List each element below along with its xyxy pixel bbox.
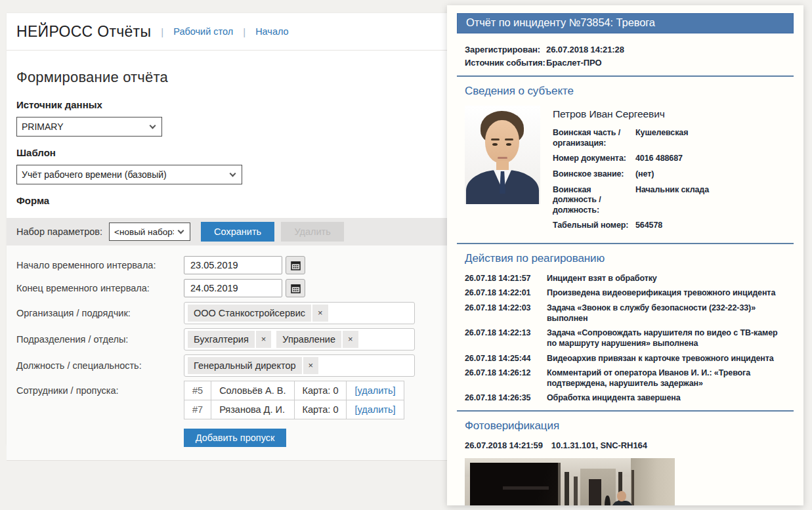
event-source-label: Источник события: xyxy=(465,56,546,70)
delete-button[interactable]: Удалить xyxy=(281,222,344,242)
nav-separator: | xyxy=(161,26,163,37)
employee-name: Рязанова Д. И. xyxy=(211,400,294,419)
remove-tag-icon[interactable]: × xyxy=(256,331,272,348)
actions-section-heading: Действия по реагированию xyxy=(465,252,794,265)
employees-table: #5 Соловьёв А. В. Карта: 0 [удалить] #7 … xyxy=(184,381,404,419)
section-divider xyxy=(457,243,794,244)
add-pass-button[interactable]: Добавить пропуск xyxy=(184,429,286,447)
remove-tag-icon[interactable]: × xyxy=(343,331,358,348)
employee-card: Карта: 0 xyxy=(294,381,347,400)
camera-timestamp: 26.07.2018 14:21:59 xyxy=(465,440,543,450)
subject-block: Петров Иван Сергеевич Воинская часть / о… xyxy=(465,106,794,236)
remove-employee-link[interactable]: [удалить] xyxy=(354,385,395,396)
nav-link-desktop[interactable]: Рабочий стол xyxy=(173,26,233,37)
document-label: Номер документа: xyxy=(553,154,635,164)
interval-start-input[interactable] xyxy=(184,256,282,274)
tag-label: Бухгалтерия xyxy=(188,331,255,348)
data-source-label: Источник данных xyxy=(16,99,437,110)
nav-separator: | xyxy=(243,26,246,37)
subject-section-heading: Сведения о субъекте xyxy=(465,85,794,98)
organization-label: Организация / подрядчик: xyxy=(16,308,184,318)
interval-start-label: Начало временного интервала: xyxy=(16,260,184,270)
tag-label: Генеральный директор xyxy=(188,357,302,374)
verification-photo xyxy=(465,458,675,506)
tag-label: ООО Станкостройсервис xyxy=(188,305,311,322)
parameter-set-label: Набор параметров: xyxy=(16,226,102,237)
parameter-set-bar: Набор параметров: <новый набор> Сохранит… xyxy=(7,218,447,245)
calendar-icon[interactable] xyxy=(286,279,305,297)
employee-id: #5 xyxy=(184,381,211,400)
list-item: 26.07.18 14:22:01Произведена видеоверифи… xyxy=(465,287,794,298)
list-item: 26.07.18 14:21:57Инцидент взят в обработ… xyxy=(465,273,794,284)
section-divider xyxy=(457,75,794,77)
nav-link-home[interactable]: Начало xyxy=(255,26,289,37)
camera-id: 10.1.31.101, SNC-RH164 xyxy=(551,440,647,450)
registered-value: 26.07.2018 14:21:28 xyxy=(546,43,624,56)
page-title: Формирование отчёта xyxy=(16,69,437,86)
actions-timeline: 26.07.18 14:21:57Инцидент взят в обработ… xyxy=(465,273,794,404)
remove-employee-link[interactable]: [удалить] xyxy=(354,404,395,415)
camera-meta: 26.07.2018 14:21:59 10.1.31.101, SNC-RH1… xyxy=(465,440,794,450)
incident-report-title: Отчёт по инциденту №73854: Тревога xyxy=(457,13,794,33)
subject-photo xyxy=(465,106,540,204)
tag: Управление × xyxy=(276,331,358,348)
list-item: 26.07.18 14:26:12Комментарий от оператор… xyxy=(465,368,794,389)
app-title: НЕЙРОСС Отчёты xyxy=(16,23,151,41)
employees-label: Сотрудники / пропуска: xyxy=(16,381,184,396)
list-item: 26.07.18 14:25:44Видеоархив привязан к к… xyxy=(465,353,794,364)
template-select[interactable]: Учёт рабочего времени (базовый) xyxy=(16,165,242,184)
tag: ООО Станкостройсервис × xyxy=(188,305,328,322)
interval-end-input[interactable] xyxy=(184,279,282,297)
rank-label: Воинское звание: xyxy=(553,169,635,180)
interval-end-label: Конец временного интервала: xyxy=(16,283,184,293)
remove-tag-icon[interactable]: × xyxy=(312,305,328,322)
table-row: #5 Соловьёв А. В. Карта: 0 [удалить] xyxy=(184,381,404,400)
tag-label: Управление xyxy=(276,331,341,348)
registered-label: Зарегистрирован: xyxy=(465,43,546,56)
incident-meta: Зарегистрирован: 26.07.2018 14:21:28 Ист… xyxy=(465,43,794,69)
organization-tag-input[interactable]: ООО Станкостройсервис × xyxy=(184,302,415,324)
table-row: #7 Рязанова Д. И. Карта: 0 [удалить] xyxy=(184,400,404,419)
template-label: Шаблон xyxy=(16,147,437,158)
position-tag-input[interactable]: Генеральный директор × xyxy=(184,354,415,377)
unit-label: Воинская часть / организация: xyxy=(553,128,635,148)
employee-name: Соловьёв А. В. xyxy=(211,381,294,400)
event-source-value: Браслет-ПРО xyxy=(546,56,601,70)
rank-value: (нет) xyxy=(635,169,654,180)
calendar-icon[interactable] xyxy=(286,256,305,274)
app-header: НЕЙРОСС Отчёты | Рабочий стол | Начало xyxy=(7,13,447,51)
unit-value: Кушелевская xyxy=(635,128,688,148)
reports-app-card: НЕЙРОСС Отчёты | Рабочий стол | Начало Ф… xyxy=(7,13,447,445)
remove-tag-icon[interactable]: × xyxy=(303,357,319,374)
section-divider xyxy=(457,410,794,412)
departments-label: Подразделения / отделы: xyxy=(16,334,184,345)
list-item: 26.07.18 14:26:35Обработка инцидента зав… xyxy=(465,393,794,403)
list-item: 26.07.18 14:22:03Задача «Звонок в службу… xyxy=(465,303,794,324)
list-item: 26.07.18 14:22:13Задача «Сопровождать на… xyxy=(465,328,794,349)
position-value: Начальник склада xyxy=(635,185,709,216)
departments-tag-input[interactable]: Бухгалтерия × Управление × xyxy=(184,328,415,351)
employee-id: #7 xyxy=(184,400,211,419)
save-button[interactable]: Сохранить xyxy=(201,222,274,242)
position-label: Должность / специальность: xyxy=(16,360,184,371)
incident-report-card: Отчёт по инциденту №73854: Тревога Зарег… xyxy=(447,5,803,505)
document-value: 4016 488687 xyxy=(635,154,683,164)
form-label: Форма xyxy=(16,195,437,206)
photo-verification-heading: Фотоверификация xyxy=(465,419,794,433)
position-label: Воинская должность / должность: xyxy=(553,185,635,216)
tag: Бухгалтерия × xyxy=(188,331,271,348)
subject-name: Петров Иван Сергеевич xyxy=(553,108,794,120)
parameter-set-select[interactable]: <новый набор> xyxy=(109,223,190,241)
report-form: Начало временного интервала: Конец време… xyxy=(7,245,447,461)
tag: Генеральный директор × xyxy=(188,357,318,374)
employee-card: Карта: 0 xyxy=(294,400,347,419)
personnel-number-value: 564578 xyxy=(635,221,662,231)
personnel-number-label: Табельный номер: xyxy=(553,221,635,231)
data-source-select[interactable]: PRIMARY xyxy=(16,117,162,137)
